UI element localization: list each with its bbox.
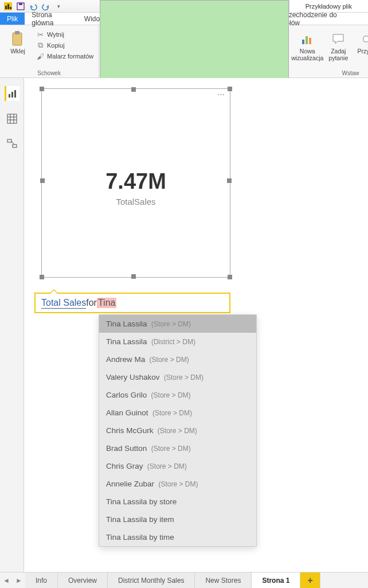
- report-view-button[interactable]: [5, 86, 19, 101]
- page-tab[interactable]: New Stores: [195, 573, 252, 588]
- card-label: TotalSales: [42, 197, 230, 207]
- save-icon[interactable]: [16, 2, 25, 11]
- suggestion-item[interactable]: Tina Lassila (District > DM): [99, 333, 256, 351]
- svg-rect-5: [19, 3, 22, 5]
- page-tab[interactable]: Strona 1: [252, 573, 300, 588]
- cut-button[interactable]: ✂Wytnij: [36, 30, 93, 39]
- resize-handle[interactable]: [40, 275, 44, 279]
- suggestion-name: Chris McGurk: [106, 426, 154, 435]
- qa-question-input[interactable]: Total Sales for Tina: [34, 293, 230, 313]
- svg-rect-25: [7, 114, 17, 123]
- ask-label: Zadaj pytanie: [324, 48, 353, 61]
- scroll-right-button[interactable]: ►: [13, 573, 25, 588]
- suggestion-name: Carlos Grilo: [106, 391, 147, 399]
- tab-file[interactable]: Plik: [0, 13, 25, 25]
- copy-label: Kopiuj: [47, 42, 65, 49]
- resize-handle[interactable]: [40, 87, 44, 91]
- suggestion-item[interactable]: Tina Lassila by store: [99, 493, 256, 511]
- suggestion-item[interactable]: Andrew Ma (Store > DM): [99, 351, 256, 368]
- suggestion-path: (Store > DM): [147, 356, 189, 364]
- qa-measure: Total Sales: [41, 298, 86, 309]
- ask-icon: [329, 30, 347, 48]
- page-tab[interactable]: District Monthly Sales: [108, 573, 195, 588]
- ask-question-button[interactable]: Zadaj pytanie: [323, 28, 354, 64]
- undo-icon[interactable]: [29, 2, 38, 11]
- suggestion-item[interactable]: Chris Gray (Store > DM): [99, 457, 256, 475]
- view-rail: [0, 78, 24, 572]
- suggestion-name: Andrew Ma: [106, 355, 145, 364]
- suggestion-name: Tina Lassila by store: [106, 497, 177, 506]
- qat-dropdown-icon[interactable]: ▾: [54, 2, 63, 11]
- svg-rect-23: [11, 92, 13, 98]
- svg-rect-30: [7, 139, 11, 142]
- qa-connector: for: [86, 298, 97, 308]
- new-visual-button[interactable]: Nowa wizualizacja: [292, 28, 323, 64]
- svg-rect-31: [13, 145, 17, 147]
- cut-icon: ✂: [36, 30, 45, 39]
- page-tab-bar: ◄ ► InfoOverviewDistrict Monthly SalesNe…: [0, 572, 368, 588]
- scroll-left-button[interactable]: ◄: [0, 573, 13, 588]
- workspace: ⋯ 7.47M TotalSales Total Sales for Tina …: [0, 78, 368, 572]
- buttons-icon: [360, 30, 368, 48]
- suggestion-path: (District > DM): [150, 338, 195, 346]
- redo-icon[interactable]: [41, 2, 50, 11]
- svg-rect-22: [9, 94, 10, 98]
- brush-icon: 🖌: [36, 52, 45, 61]
- svg-rect-2: [7, 4, 9, 9]
- suggestion-item[interactable]: Annelie Zubar (Store > DM): [99, 475, 256, 493]
- format-painter-button[interactable]: 🖌Malarz formatów: [36, 52, 93, 61]
- suggestion-name: Tina Lassila by time: [106, 533, 174, 542]
- buttons-button[interactable]: Przyciski: [354, 28, 368, 62]
- svg-rect-18: [302, 40, 304, 44]
- suggestion-item[interactable]: Tina Lassila by time: [99, 528, 256, 546]
- suggestion-name: Annelie Zubar: [106, 480, 154, 488]
- resize-handle[interactable]: [228, 87, 232, 91]
- page-tab[interactable]: Info: [25, 573, 58, 588]
- suggestion-item[interactable]: Carlos Grilo (Store > DM): [99, 386, 256, 404]
- card-visual[interactable]: ⋯ 7.47M TotalSales: [41, 88, 230, 278]
- suggestion-item[interactable]: Tina Lassila by item: [99, 511, 256, 528]
- suggestion-item[interactable]: Tina Lassila (Store > DM): [99, 315, 256, 333]
- model-view-button[interactable]: [5, 137, 19, 151]
- suggestion-item[interactable]: Chris McGurk (Store > DM): [99, 422, 256, 439]
- suggestion-item[interactable]: Allan Guinot (Store > DM): [99, 404, 256, 422]
- buttons-label: Przyciski: [358, 48, 368, 55]
- suggestion-name: Tina Lassila by item: [106, 515, 174, 524]
- suggestion-path: (Store > DM): [149, 391, 190, 399]
- suggestion-path: (Store > DM): [149, 445, 190, 453]
- add-page-button[interactable]: +: [300, 573, 320, 588]
- app-icon: [3, 2, 13, 11]
- cut-label: Wytnij: [47, 31, 64, 38]
- suggestion-path: (Store > DM): [146, 462, 187, 470]
- suggestion-name: Tina Lassila: [106, 337, 147, 346]
- svg-rect-21: [363, 36, 368, 42]
- suggestion-path: (Store > DM): [151, 409, 192, 417]
- resize-handle[interactable]: [228, 275, 232, 279]
- svg-rect-19: [306, 36, 308, 44]
- new-visual-label: Nowa wizualizacja: [291, 48, 323, 61]
- suggestion-path: (Store > DM): [150, 320, 191, 328]
- svg-line-32: [11, 141, 14, 145]
- copy-button[interactable]: ⧉Kopiuj: [36, 41, 93, 50]
- report-canvas[interactable]: ⋯ 7.47M TotalSales Total Sales for Tina …: [24, 78, 368, 572]
- paste-button[interactable]: Wklej: [2, 28, 33, 57]
- visual-options-icon[interactable]: ⋯: [217, 90, 225, 99]
- suggestion-path: (Store > DM): [156, 427, 197, 435]
- copy-icon: ⧉: [36, 41, 45, 50]
- svg-rect-1: [5, 6, 7, 9]
- suggestion-path: (Store > DM): [156, 480, 198, 488]
- qa-term: Tina: [97, 298, 117, 308]
- page-tab[interactable]: Overview: [58, 573, 108, 588]
- suggestion-name: Allan Guinot: [106, 408, 148, 417]
- paste-label: Wklej: [10, 48, 25, 55]
- suggestion-name: Chris Gray: [106, 462, 143, 470]
- svg-rect-24: [14, 90, 16, 98]
- suggestion-path: (Store > DM): [162, 373, 203, 381]
- resize-handle[interactable]: [131, 274, 136, 279]
- resize-handle[interactable]: [131, 87, 136, 92]
- suggestion-item[interactable]: Valery Ushakov (Store > DM): [99, 368, 256, 386]
- suggestion-item[interactable]: Brad Sutton (Store > DM): [99, 439, 256, 457]
- data-view-button[interactable]: [5, 111, 19, 126]
- tab-home[interactable]: Strona główna: [25, 13, 77, 25]
- suggestion-name: Tina Lassila: [106, 320, 147, 328]
